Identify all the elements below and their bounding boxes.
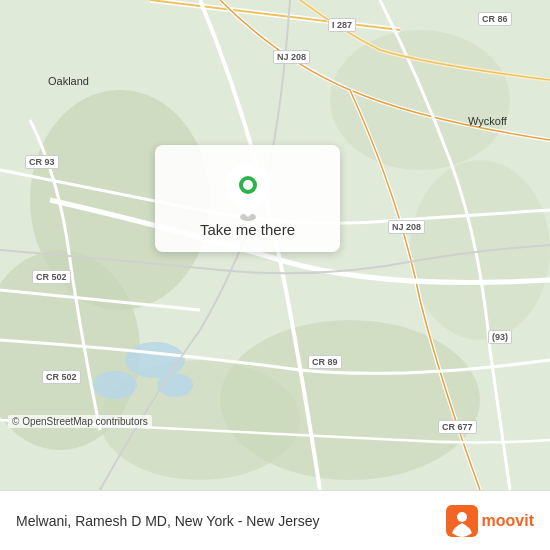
road-label-cr86: CR 86 [478,12,512,26]
bottom-bar: Melwani, Ramesh D MD, New York - New Jer… [0,490,550,550]
svg-point-4 [410,160,550,340]
road-label-cr93: CR 93 [25,155,59,169]
map-attribution: © OpenStreetMap contributors [8,415,152,428]
road-label-93: (93) [488,330,512,344]
svg-point-7 [125,342,185,378]
cta-label: Take me there [200,221,295,238]
place-label-oakland: Oakland [48,75,89,87]
take-me-there-button[interactable]: Take me there [155,145,340,252]
road-label-nj208-top: NJ 208 [273,50,310,64]
svg-point-15 [243,180,253,190]
place-name: Melwani, Ramesh D MD, New York - New Jer… [16,513,436,529]
road-label-nj208-right: NJ 208 [388,220,425,234]
place-label-wyckoff: Wyckoff [468,115,507,127]
moovit-logo: moovit [446,505,534,537]
svg-point-8 [93,371,137,399]
road-label-cr502-top: CR 502 [32,270,71,284]
road-label-287: I 287 [328,18,356,32]
svg-point-5 [330,30,510,170]
map-container: CR 86 I 287 NJ 208 CR 93 CR 502 NJ 208 C… [0,0,550,490]
road-label-cr89: CR 89 [308,355,342,369]
moovit-text: moovit [482,512,534,530]
road-label-cr677: CR 677 [438,420,477,434]
moovit-logo-icon [446,505,478,537]
road-label-cr502-bottom: CR 502 [42,370,81,384]
svg-point-17 [457,512,467,522]
location-pin-icon [224,163,272,211]
